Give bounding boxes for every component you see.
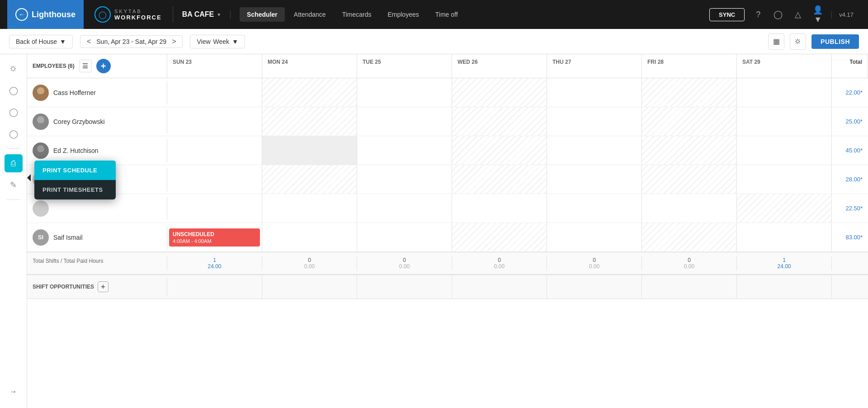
cafe-selector[interactable]: BA CAFE ▼ [173, 10, 231, 19]
employee-row-1: Corey Grzybowski 25.00* [27, 107, 868, 136]
emp-cell-1-mon[interactable] [262, 107, 357, 136]
help-icon[interactable]: ? [752, 10, 764, 19]
shift-opp-mon[interactable] [262, 275, 357, 299]
emp-cell-4-thu[interactable] [547, 194, 642, 223]
nav-timeoff[interactable]: Time off [428, 7, 465, 22]
sidebar-folder-icon[interactable]: ◯ [5, 125, 23, 143]
emp-cell-1-tue[interactable] [357, 107, 452, 136]
emp-cell-5-wed[interactable] [452, 223, 547, 251]
shift-opp-thu[interactable] [547, 275, 642, 299]
nav-employees[interactable]: Employees [380, 7, 426, 22]
emp-cell-2-fri[interactable] [642, 136, 737, 165]
shift-opp-fri[interactable] [642, 275, 737, 299]
print-schedule-menu-item[interactable]: PRINT SCHEDULE [34, 161, 116, 180]
mon-header: MON 24 [262, 54, 357, 78]
sidebar-calendar-icon[interactable]: ◯ [5, 103, 23, 121]
add-shift-opp-button[interactable]: + [98, 281, 108, 292]
sidebar-divider [7, 148, 20, 149]
emp-cell-5-fri[interactable] [642, 223, 737, 251]
emp-cell-0-wed[interactable] [452, 78, 547, 107]
emp-cell-2-mon[interactable] [262, 136, 357, 165]
chat-icon[interactable]: ◯ [772, 9, 784, 19]
emp-cell-2-wed[interactable] [452, 136, 547, 165]
shift-opp-wed[interactable] [452, 275, 547, 299]
emp-cell-5-tue[interactable] [357, 223, 452, 251]
emp-cell-2-tue[interactable] [357, 136, 452, 165]
emp-cell-3-tue[interactable] [357, 165, 452, 194]
emp-cell-1-sat[interactable] [737, 107, 832, 136]
emp-total-0: 22.00* [832, 89, 868, 96]
emp-cell-2-thu[interactable] [547, 136, 642, 165]
shift-opp-sun[interactable] [167, 275, 262, 299]
emp-cell-5-thu[interactable] [547, 223, 642, 251]
print-timesheets-menu-item[interactable]: PRINT TIMESHEETS [34, 180, 116, 199]
dept-label: Back of House [16, 38, 57, 45]
avatar-4 [33, 200, 49, 217]
totals-wed: 0 0.00 [452, 256, 547, 270]
emp-cell-3-wed[interactable] [452, 165, 547, 194]
photo-button[interactable]: ▦ [768, 33, 784, 50]
emp-cell-0-sun[interactable] [167, 78, 262, 107]
sidebar-print-icon[interactable]: ⎙ [5, 154, 23, 172]
emp-cell-2-sat[interactable] [737, 136, 832, 165]
emp-cell-1-fri[interactable] [642, 107, 737, 136]
totals-mon: 0 0.00 [262, 256, 357, 270]
cafe-label: BA CAFE [182, 10, 214, 19]
unscheduled-badge[interactable]: UNSCHEDULED 4:00AM - 4:00AM [169, 228, 260, 247]
emp-cell-3-mon[interactable] [262, 165, 357, 194]
nav-attendance[interactable]: Attendance [287, 7, 333, 22]
emp-name-1: Corey Grzybowski [53, 118, 105, 125]
emp-info-1: Corey Grzybowski [27, 110, 167, 133]
dept-chevron-icon: ▼ [60, 38, 66, 45]
list-view-button[interactable]: ☰ [79, 60, 92, 72]
emp-cell-0-mon[interactable] [262, 78, 357, 107]
brand-logo: ◯ SKYTAB WORKFORCE [84, 6, 173, 23]
publish-button[interactable]: PUBLISH [811, 34, 859, 49]
emp-cell-0-thu[interactable] [547, 78, 642, 107]
emp-cell-4-fri[interactable] [642, 194, 737, 223]
next-week-button[interactable]: > [170, 38, 178, 46]
view-selector[interactable]: View Week ▼ [190, 35, 245, 48]
emp-cell-0-tue[interactable] [357, 78, 452, 107]
employee-row-3: 28.00* [27, 165, 868, 194]
shift-opp-sat[interactable] [737, 275, 832, 299]
emp-cell-4-sat[interactable] [737, 194, 832, 223]
sidebar-collapse-button[interactable]: → [5, 383, 23, 401]
sidebar-edit-icon[interactable]: ✎ [5, 176, 23, 194]
prev-week-button[interactable]: < [85, 38, 93, 46]
sat-header: SAT 29 [737, 54, 832, 78]
nav-timecards[interactable]: Timecards [335, 7, 379, 22]
department-selector[interactable]: Back of House ▼ [9, 35, 73, 48]
add-employee-button[interactable]: + [96, 59, 111, 73]
sidebar-inbox-icon[interactable]: ◯ [5, 81, 23, 100]
total-header: Total [832, 54, 868, 78]
emp-cell-4-tue[interactable] [357, 194, 452, 223]
user-icon[interactable]: 👤▼ [811, 5, 824, 24]
emp-cell-4-sun[interactable] [167, 194, 262, 223]
emp-cell-5-sun[interactable]: UNSCHEDULED 4:00AM - 4:00AM [167, 223, 262, 251]
emp-cell-4-mon[interactable] [262, 194, 357, 223]
sync-button[interactable]: SYNC [709, 8, 745, 21]
emp-cell-2-sun[interactable] [167, 136, 262, 165]
shift-opp-tue[interactable] [357, 275, 452, 299]
emp-cell-3-thu[interactable] [547, 165, 642, 194]
emp-cell-0-sat[interactable] [737, 78, 832, 107]
sidebar-filter-icon[interactable]: ⛭ [5, 60, 23, 78]
emp-cell-3-sat[interactable] [737, 165, 832, 194]
bell-icon[interactable]: △ [792, 9, 804, 19]
emp-cell-4-wed[interactable] [452, 194, 547, 223]
emp-cell-1-thu[interactable] [547, 107, 642, 136]
emp-cell-1-wed[interactable] [452, 107, 547, 136]
nav-scheduler[interactable]: Scheduler [240, 7, 285, 22]
emp-cell-5-mon[interactable] [262, 223, 357, 251]
emp-cell-1-sun[interactable] [167, 107, 262, 136]
totals-sat: 1 24.00 [737, 256, 832, 270]
emp-cell-0-fri[interactable] [642, 78, 737, 107]
unscheduled-title: UNSCHEDULED [173, 231, 256, 237]
employee-row-4: 22.50* [27, 194, 868, 223]
lighthouse-button[interactable]: ← Lighthouse [7, 0, 84, 29]
emp-cell-3-fri[interactable] [642, 165, 737, 194]
emp-cell-3-sun[interactable] [167, 165, 262, 194]
emp-cell-5-sat[interactable] [737, 223, 832, 251]
filter-settings-button[interactable]: ⛭ [790, 33, 806, 50]
